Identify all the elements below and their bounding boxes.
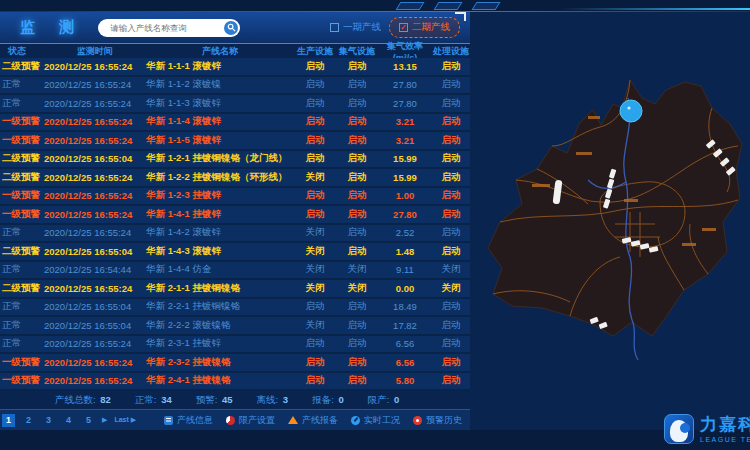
cell-time: 2020/12/25 16:55:04 [44,153,146,164]
map-marker[interactable] [620,100,642,122]
cell-time: 2020/12/25 16:55:24 [44,135,146,146]
next-page-button[interactable]: ▶ [102,416,107,424]
realtime-status-button[interactable]: 实时工况 [351,414,400,427]
brand-name-cn: 力嘉科技 [700,416,750,433]
deco-shape [396,2,425,10]
cell-prod: 启动 [294,97,336,110]
cell-eff: 27.80 [378,209,432,220]
page-button-5[interactable]: 5 [82,414,95,427]
cell-name: 华新 1-1-4 滚镀锌 [146,115,294,128]
cell-name: 华新 1-4-1 挂镀锌 [146,208,294,221]
cell-gas: 启动 [336,97,378,110]
action-label: 产线信息 [177,414,213,427]
page-button-3[interactable]: 3 [42,414,55,427]
cell-eff: 27.80 [378,79,432,90]
limit-production-icon [226,416,235,425]
search-input[interactable] [108,22,224,34]
checkbox-unchecked-icon [330,23,339,32]
cell-eff: 1.00 [378,190,432,201]
table-row[interactable]: 正常2020/12/25 16:54:44华新 1-4-4 仿金关闭关闭9.11… [0,262,470,281]
cell-name: 华新 1-2-1 挂镀铜镍铬（龙门线） [146,152,294,165]
cell-treat: 关闭 [432,263,470,276]
cell-eff: 6.56 [378,357,432,368]
phase2-label: 二期产线 [412,21,450,34]
cell-treat: 启动 [432,60,470,73]
corner-bracket-decor [455,12,466,21]
table-row[interactable]: 二级预警2020/12/25 16:55:24华新 2-1-1 挂镀铜镍铬关闭关… [0,280,470,299]
line-info-button[interactable]: 产线信息 [164,414,213,427]
cell-time: 2020/12/25 16:55:24 [44,227,146,238]
district-map[interactable] [480,52,750,398]
cell-status: 一级预警 [0,134,44,147]
cell-gas: 启动 [336,337,378,350]
table-row[interactable]: 二级预警2020/12/25 16:55:04华新 1-2-1 挂镀铜镍铬（龙门… [0,151,470,170]
page-button-2[interactable]: 2 [22,414,35,427]
page-button-4[interactable]: 4 [62,414,75,427]
cell-status: 二级预警 [0,60,44,73]
cell-name: 华新 2-2-1 挂镀铜镍铬 [146,300,294,313]
cell-eff: 0.00 [378,283,432,294]
cell-name: 华新 1-1-1 滚镀锌 [146,60,294,73]
cell-time: 2020/12/25 16:55:24 [44,98,146,109]
cell-time: 2020/12/25 16:55:04 [44,301,146,312]
cell-treat: 启动 [432,189,470,202]
cell-name: 华新 1-1-5 滚镀锌 [146,134,294,147]
cell-prod: 启动 [294,374,336,387]
table-row[interactable]: 正常2020/12/25 16:55:24华新 2-3-1 挂镀锌启动启动6.5… [0,336,470,355]
search-icon[interactable] [224,21,238,35]
cell-status: 二级预警 [0,282,44,295]
table-row[interactable]: 正常2020/12/25 16:55:04华新 2-2-1 挂镀铜镍铬启动启动1… [0,299,470,318]
cell-time: 2020/12/25 16:55:24 [44,357,146,368]
cell-eff: 6.56 [378,338,432,349]
last-page-button[interactable]: Last ▶ [114,416,136,424]
line-report-button[interactable]: 产线报备 [288,414,338,427]
cell-prod: 关闭 [294,282,336,295]
summary-item: 离线: 3 [257,394,289,407]
table-row[interactable]: 二级预警2020/12/25 16:55:24华新 1-1-1 滚镀锌启动启动1… [0,58,470,77]
realtime-status-icon [351,416,360,425]
table-row[interactable]: 一级预警2020/12/25 16:55:24华新 2-3-2 挂镀镍铬启动启动… [0,354,470,373]
cell-prod: 启动 [294,189,336,202]
cell-prod: 启动 [294,208,336,221]
cell-time: 2020/12/25 16:55:24 [44,190,146,201]
table-row[interactable]: 一级预警2020/12/25 16:55:24华新 1-2-3 挂镀锌启动启动1… [0,188,470,207]
line-info-icon [164,416,173,425]
table-row[interactable]: 一级预警2020/12/25 16:55:24华新 1-1-5 滚镀锌启动启动3… [0,132,470,151]
cell-time: 2020/12/25 16:55:24 [44,209,146,220]
table-row[interactable]: 一级预警2020/12/25 16:55:24华新 2-4-1 挂镀镍铬启动启动… [0,373,470,392]
table-row[interactable]: 正常2020/12/25 16:55:24华新 1-1-3 滚镀锌启动启动27.… [0,95,470,114]
table-row[interactable]: 一级预警2020/12/25 16:55:24华新 1-1-4 滚镀锌启动启动3… [0,114,470,133]
cell-time: 2020/12/25 16:55:24 [44,79,146,90]
page-button-1[interactable]: 1 [2,414,15,427]
top-decor-strip [0,0,750,12]
alarm-history-button[interactable]: 预警历史 [413,414,462,427]
table-row[interactable]: 正常2020/12/25 16:55:24华新 1-1-2 滚镀镍启动启动27.… [0,77,470,96]
cell-treat: 启动 [432,356,470,369]
summary-item: 预警: 45 [196,394,233,407]
action-buttons: 产线信息限产设置产线报备实时工况预警历史 [164,414,462,427]
deco-line [560,8,750,10]
cell-prod: 启动 [294,134,336,147]
table-row[interactable]: 二级预警2020/12/25 16:55:04华新 1-4-3 滚镀锌关闭启动1… [0,243,470,262]
limit-production-button[interactable]: 限产设置 [226,414,275,427]
page-title: 监 测 [20,18,84,37]
cell-eff: 15.99 [378,172,432,183]
cell-status: 二级预警 [0,152,44,165]
table-row[interactable]: 正常2020/12/25 16:55:24华新 1-4-2 滚镀锌关闭启动2.5… [0,225,470,244]
cell-treat: 启动 [432,115,470,128]
cell-name: 华新 2-3-1 挂镀锌 [146,337,294,350]
table-row[interactable]: 一级预警2020/12/25 16:55:24华新 1-4-1 挂镀锌启动启动2… [0,206,470,225]
cell-gas: 关闭 [336,282,378,295]
table-row[interactable]: 二级预警2020/12/25 16:55:24华新 1-2-2 挂镀铜镍铬（环形… [0,169,470,188]
cell-status: 二级预警 [0,245,44,258]
action-label: 产线报备 [302,414,338,427]
cell-status: 一级预警 [0,356,44,369]
table-row[interactable]: 正常2020/12/25 16:55:04华新 2-2-2 滚镀镍铬关闭启动17… [0,317,470,336]
phase1-checkbox[interactable]: 一期产线 [330,21,381,34]
cell-treat: 启动 [432,374,470,387]
cell-prod: 关闭 [294,245,336,258]
phase2-button[interactable]: ✓ 二期产线 [389,17,460,38]
cell-gas: 启动 [336,356,378,369]
cell-prod: 启动 [294,78,336,91]
cell-status: 一级预警 [0,189,44,202]
